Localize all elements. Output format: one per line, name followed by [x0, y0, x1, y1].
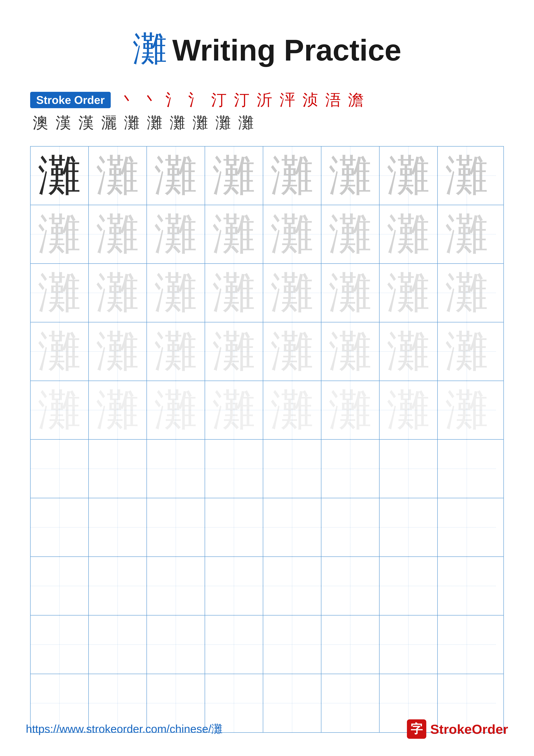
- grid-cell-5-4[interactable]: 灘: [205, 381, 263, 439]
- grid-cell-1-2[interactable]: 灘: [89, 147, 147, 205]
- grid-cell-7-5[interactable]: [263, 498, 321, 556]
- page: 灘 Writing Practice Stroke Order 丶 丶 氵 氵 …: [0, 0, 534, 756]
- grid-row-2: 灘 灘 灘 灘 灘 灘 灘 灘: [31, 205, 503, 264]
- grid-cell-7-2[interactable]: [89, 498, 147, 556]
- grid-cell-8-4[interactable]: [205, 557, 263, 615]
- grid-cell-2-6[interactable]: 灘: [321, 205, 380, 263]
- grid-cell-7-1[interactable]: [31, 498, 89, 556]
- grid-cell-1-6[interactable]: 灘: [321, 147, 380, 205]
- grid-row-3: 灘 灘 灘 灘 灘 灘 灘 灘: [31, 264, 503, 322]
- grid-cell-1-7[interactable]: 灘: [380, 147, 438, 205]
- grid-cell-9-3[interactable]: [147, 615, 205, 674]
- grid-cell-4-4[interactable]: 灘: [205, 322, 263, 381]
- grid-cell-5-2[interactable]: 灘: [89, 381, 147, 439]
- grid-cell-9-2[interactable]: [89, 615, 147, 674]
- grid-cell-8-7[interactable]: [380, 557, 438, 615]
- practice-char: 灘: [154, 271, 197, 314]
- grid-cell-3-2[interactable]: 灘: [89, 264, 147, 322]
- grid-cell-9-4[interactable]: [205, 615, 263, 674]
- practice-char: 灘: [387, 271, 430, 314]
- grid-row-5: 灘 灘 灘 灘 灘 灘 灘 灘: [31, 381, 503, 440]
- stroke-4: 氵: [188, 90, 204, 110]
- grid-cell-6-4[interactable]: [205, 440, 263, 498]
- grid-cell-9-8[interactable]: [438, 615, 496, 674]
- grid-cell-1-3[interactable]: 灘: [147, 147, 205, 205]
- grid-cell-5-1[interactable]: 灘: [31, 381, 89, 439]
- grid-row-9: [31, 615, 503, 674]
- grid-cell-6-7[interactable]: [380, 440, 438, 498]
- practice-char: 灘: [387, 154, 430, 197]
- grid-cell-6-5[interactable]: [263, 440, 321, 498]
- grid-cell-1-8[interactable]: 灘: [438, 147, 496, 205]
- grid-cell-4-1[interactable]: 灘: [31, 322, 89, 381]
- grid-cell-6-3[interactable]: [147, 440, 205, 498]
- grid-cell-3-3[interactable]: 灘: [147, 264, 205, 322]
- grid-cell-2-5[interactable]: 灘: [263, 205, 321, 263]
- practice-char: 灘: [96, 389, 139, 432]
- grid-cell-3-4[interactable]: 灘: [205, 264, 263, 322]
- grid-cell-7-8[interactable]: [438, 498, 496, 556]
- stroke-7: 沂: [257, 90, 272, 110]
- footer-url[interactable]: https://www.strokeorder.com/chinese/灘: [26, 721, 222, 737]
- grid-cell-7-6[interactable]: [321, 498, 380, 556]
- practice-char: 灘: [154, 213, 197, 256]
- grid-cell-3-8[interactable]: 灘: [438, 264, 496, 322]
- grid-row-6: [31, 440, 503, 498]
- grid-cell-5-8[interactable]: 灘: [438, 381, 496, 439]
- grid-cell-6-2[interactable]: [89, 440, 147, 498]
- practice-char: 灘: [213, 271, 255, 314]
- grid-cell-9-7[interactable]: [380, 615, 438, 674]
- grid-cell-8-8[interactable]: [438, 557, 496, 615]
- grid-cell-4-5[interactable]: 灘: [263, 322, 321, 381]
- practice-char: 灘: [270, 154, 314, 197]
- grid-cell-6-6[interactable]: [321, 440, 380, 498]
- grid-cell-4-2[interactable]: 灘: [89, 322, 147, 381]
- grid-cell-2-7[interactable]: 灘: [380, 205, 438, 263]
- grid-cell-4-3[interactable]: 灘: [147, 322, 205, 381]
- grid-cell-9-6[interactable]: [321, 615, 380, 674]
- practice-char: 灘: [213, 389, 255, 432]
- grid-cell-8-1[interactable]: [31, 557, 89, 615]
- grid-cell-1-4[interactable]: 灘: [205, 147, 263, 205]
- grid-cell-5-7[interactable]: 灘: [380, 381, 438, 439]
- practice-char: 灘: [96, 213, 139, 256]
- grid-cell-4-8[interactable]: 灘: [438, 322, 496, 381]
- grid-cell-8-2[interactable]: [89, 557, 147, 615]
- grid-cell-1-1[interactable]: 灘: [31, 147, 89, 205]
- grid-cell-9-1[interactable]: [31, 615, 89, 674]
- grid-cell-2-8[interactable]: 灘: [438, 205, 496, 263]
- grid-cell-8-6[interactable]: [321, 557, 380, 615]
- stroke-19: 灘: [192, 113, 208, 133]
- grid-cell-4-6[interactable]: 灘: [321, 322, 380, 381]
- grid-cell-1-5[interactable]: 灘: [263, 147, 321, 205]
- stroke-11: 澹: [348, 90, 364, 110]
- grid-cell-9-5[interactable]: [263, 615, 321, 674]
- grid-cell-3-5[interactable]: 灘: [263, 264, 321, 322]
- grid-cell-5-5[interactable]: 灘: [263, 381, 321, 439]
- grid-cell-2-3[interactable]: 灘: [147, 205, 205, 263]
- practice-char: 灘: [270, 213, 314, 256]
- stroke-18: 灘: [170, 113, 185, 133]
- grid-cell-7-7[interactable]: [380, 498, 438, 556]
- title-text: Writing Practice: [172, 33, 401, 67]
- grid-cell-2-4[interactable]: 灘: [205, 205, 263, 263]
- grid-cell-4-7[interactable]: 灘: [380, 322, 438, 381]
- grid-cell-8-3[interactable]: [147, 557, 205, 615]
- stroke-20: 灘: [216, 113, 231, 133]
- grid-cell-8-5[interactable]: [263, 557, 321, 615]
- grid-cell-2-1[interactable]: 灘: [31, 205, 89, 263]
- grid-cell-6-1[interactable]: [31, 440, 89, 498]
- grid-cell-5-6[interactable]: 灘: [321, 381, 380, 439]
- grid-cell-6-8[interactable]: [438, 440, 496, 498]
- grid-cell-3-1[interactable]: 灘: [31, 264, 89, 322]
- stroke-14: 漢: [78, 113, 94, 133]
- practice-char: 灘: [387, 389, 430, 432]
- grid-cell-7-3[interactable]: [147, 498, 205, 556]
- grid-cell-5-3[interactable]: 灘: [147, 381, 205, 439]
- grid-cell-7-4[interactable]: [205, 498, 263, 556]
- practice-char: 灘: [270, 271, 314, 314]
- grid-cell-2-2[interactable]: 灘: [89, 205, 147, 263]
- practice-char: 灘: [154, 389, 197, 432]
- grid-cell-3-7[interactable]: 灘: [380, 264, 438, 322]
- grid-cell-3-6[interactable]: 灘: [321, 264, 380, 322]
